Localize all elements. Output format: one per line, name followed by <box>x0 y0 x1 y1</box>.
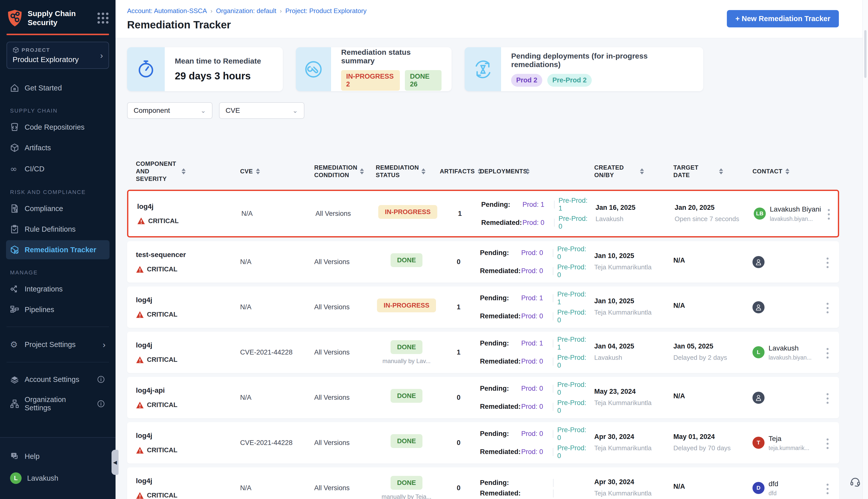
artifacts-count: 0 <box>440 258 480 266</box>
column-artifacts[interactable]: ARTIFACTS <box>440 156 480 187</box>
contact-email: lavakush.biyan... <box>770 216 818 222</box>
table-row[interactable]: log4j CRITICAL N/A All Versions DONE man… <box>127 467 839 499</box>
column-remediation-condition[interactable]: REMEDIATION CONDITION <box>314 156 376 187</box>
sidebar-item-rule-definitions[interactable]: Rule Definitions <box>6 220 110 239</box>
contact-cell: L Lavakush lavakush.biyan... <box>753 344 824 361</box>
created-on-by-cell: Jan 04, 2025 Lavakush <box>594 342 673 362</box>
section-risk-compliance: RISK AND COMPLIANCE <box>10 189 106 195</box>
sidebar-item-integrations[interactable]: Integrations <box>6 279 110 299</box>
remediation-condition-value: All Versions <box>314 394 376 402</box>
scrollbar-track[interactable] <box>863 0 868 499</box>
sidebar-item-compliance[interactable]: Compliance <box>6 199 110 218</box>
row-menu-button[interactable] <box>824 436 831 451</box>
critical-warning-icon <box>137 217 145 224</box>
status-badge: DONE <box>390 253 422 267</box>
deployments-cell: Pending: Prod: 0 Pre-Prod: 0 Remediated:… <box>480 243 594 281</box>
component-filter-dropdown[interactable]: Component ⌄ <box>127 102 212 119</box>
sidebar-item-project-settings[interactable]: ⚙ Project Settings › <box>6 334 110 354</box>
remediation-status-cell: IN-PROGRESS <box>377 205 441 222</box>
contact-cell <box>753 392 824 404</box>
table-row[interactable]: log4j-api CRITICAL N/A All Versions DONE… <box>127 377 839 418</box>
column-actions <box>824 156 839 187</box>
scrollbar-thumb[interactable] <box>864 30 867 78</box>
breadcrumb-account[interactable]: Account: Automation-SSCA <box>127 7 207 15</box>
contact-name: Teja <box>769 434 809 443</box>
row-menu-button[interactable] <box>825 207 832 222</box>
support-headset-icon[interactable] <box>850 476 861 488</box>
user-avatar: L <box>10 472 22 484</box>
column-target-date[interactable]: TARGET DATE <box>673 156 753 187</box>
new-remediation-tracker-button[interactable]: + New Remediation Tracker <box>727 10 839 27</box>
sidebar-item-code-repositories[interactable]: Code Repositories <box>6 118 110 137</box>
table-row[interactable]: test-sequencer CRITICAL N/A All Versions… <box>127 241 839 283</box>
sidebar-item-cicd[interactable]: ∞ CI/CD <box>6 159 110 179</box>
status-badge: DONE <box>390 389 422 403</box>
contact-avatar: T <box>753 437 765 449</box>
contact-email: dfd <box>769 490 778 497</box>
sort-icon <box>360 168 364 174</box>
remediation-status-cell: DONE manually by Teja... <box>376 476 440 499</box>
sidebar-item-organization-settings[interactable]: Organization Settings <box>6 390 110 417</box>
pipelines-icon <box>10 305 19 314</box>
sidebar-item-get-started[interactable]: Get Started <box>6 78 110 97</box>
artifacts-count: 1 <box>440 349 480 356</box>
table-row[interactable]: log4j CRITICAL CVE-2021-44228 All Versio… <box>127 332 839 373</box>
deployments-cell: Pending: Prod: 1 Pre-Prod: 1 Remediated:… <box>481 194 595 233</box>
critical-warning-icon <box>136 492 144 499</box>
column-remediation-status[interactable]: REMEDIATION STATUS <box>376 156 440 187</box>
breadcrumb-separator: › <box>210 8 212 15</box>
row-menu-button[interactable] <box>824 391 831 406</box>
sidebar-user[interactable]: L Lavakush <box>6 467 110 489</box>
table-row[interactable]: log4j CRITICAL N/A All Versions IN-PROGR… <box>127 190 839 238</box>
column-contact[interactable]: CONTACT <box>753 156 824 187</box>
sort-icon <box>719 168 723 174</box>
critical-warning-icon <box>136 266 144 273</box>
sidebar-item-pipelines[interactable]: Pipelines <box>6 300 110 319</box>
section-supply-chain: SUPPLY CHAIN <box>10 108 106 114</box>
column-created-on-by[interactable]: CREATED ON/BY <box>594 156 673 187</box>
row-menu-button[interactable] <box>824 481 831 497</box>
row-menu-button[interactable] <box>824 300 831 316</box>
contact-cell: T Teja teja.kummarik... <box>753 434 824 451</box>
critical-warning-icon <box>136 447 144 454</box>
app-switcher-icon[interactable] <box>97 13 109 24</box>
sidebar-item-remediation-tracker[interactable]: Remediation Tracker <box>6 240 110 259</box>
sidebar-collapse-handle[interactable]: ◀ <box>112 450 119 475</box>
org-chart-gear-icon <box>10 399 19 408</box>
person-icon <box>755 394 762 402</box>
main-area: Account: Automation-SSCA › Organization:… <box>115 0 868 499</box>
severity-badge: CRITICAL <box>136 491 238 499</box>
row-menu-button[interactable] <box>824 255 831 271</box>
sidebar-item-artifacts[interactable]: Artifacts <box>6 138 110 157</box>
column-component-severity[interactable]: COMPONENT AND SEVERITY <box>127 156 240 187</box>
hourglass-refresh-icon <box>473 59 493 80</box>
contact-avatar: L <box>753 346 765 358</box>
sort-icon <box>182 168 186 174</box>
breadcrumb-organization[interactable]: Organization: default <box>216 7 276 15</box>
table-row[interactable]: log4j CRITICAL CVE-2021-44228 All Versio… <box>127 422 839 464</box>
created-on-by-cell: Jan 16, 2025 Lavakush <box>595 204 674 223</box>
sidebar-item-help[interactable]: ? Help <box>6 447 110 466</box>
cve-filter-dropdown[interactable]: CVE ⌄ <box>219 102 305 119</box>
created-on-by-cell: Jan 10, 2025 Teja Kummarikuntla <box>594 252 673 272</box>
target-date-cell: N/A <box>673 392 753 403</box>
remediation-status-cell: DONE manually by Lav... <box>376 340 440 365</box>
deployments-cell: Pending: Prod: 1 Pre-Prod: 1 Remediated:… <box>480 288 594 327</box>
target-date-cell: Jan 20, 2025 Open since 7 seconds <box>674 204 754 223</box>
summary-cards: Mean time to Remediate 29 days 3 hours R… <box>127 47 868 91</box>
sidebar-item-account-settings[interactable]: Account Settings <box>6 370 110 389</box>
row-menu-button[interactable] <box>824 345 831 361</box>
component-name: log4j <box>137 203 239 210</box>
column-deployments[interactable]: DEPLOYMENTS <box>480 156 594 187</box>
project-label: PROJECT <box>22 47 50 53</box>
breadcrumb-project[interactable]: Project: Product Exploratory <box>285 7 367 15</box>
document-search-icon <box>10 204 19 213</box>
project-selector[interactable]: PROJECT Product Exploratory › <box>7 42 109 69</box>
artifacts-count: 0 <box>440 484 480 492</box>
home-icon <box>10 83 19 93</box>
table-row[interactable]: log4j CRITICAL N/A All Versions IN-PROGR… <box>127 287 839 328</box>
column-cve[interactable]: CVE <box>240 156 314 187</box>
person-icon <box>755 258 762 266</box>
component-name: test-sequencer <box>136 251 238 259</box>
app-root: Supply Chain Security PROJECT Product Ex… <box>0 0 868 499</box>
